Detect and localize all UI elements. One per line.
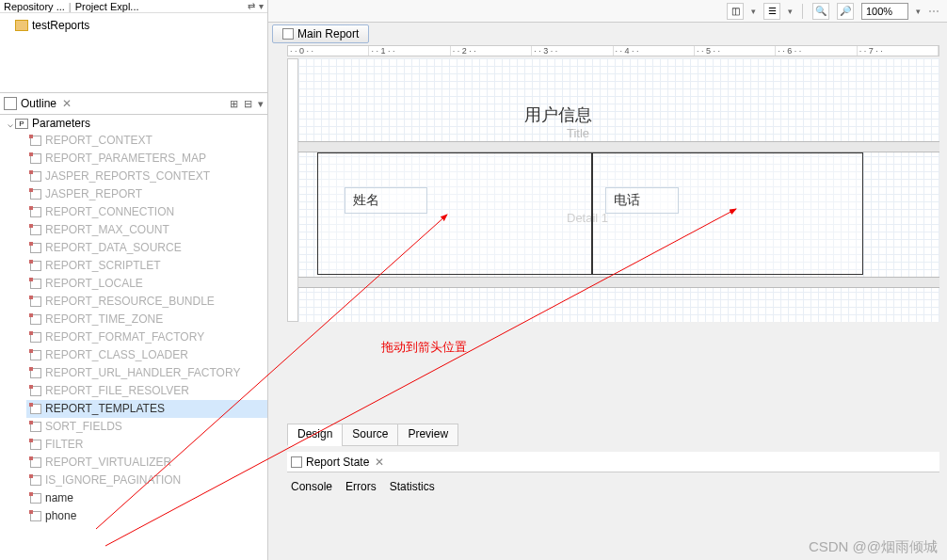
toolbar-btn-2[interactable]: ☰ — [763, 3, 780, 20]
param-item-label: phone — [45, 508, 76, 524]
param-item-label: REPORT_CLASS_LOADER — [45, 347, 188, 363]
horizontal-ruler: · · 0 · ·· · 1 · ·· · 2 · ·· · 3 · ·· · … — [287, 45, 939, 56]
param-item-report_file_resolver[interactable]: REPORT_FILE_RESOLVER — [26, 382, 267, 400]
param-item-is_ignore_pagination[interactable]: IS_IGNORE_PAGINATION — [26, 472, 267, 489]
report-state-icon — [291, 456, 302, 468]
param-icon — [30, 475, 41, 486]
param-item-report_locale[interactable]: REPORT_LOCALE — [26, 275, 267, 293]
param-item-label: REPORT_RESOURCE_BUNDLE — [45, 294, 215, 310]
param-item-report_parameters_map[interactable]: REPORT_PARAMETERS_MAP — [26, 150, 267, 168]
outline-tool-2[interactable]: ⊟ — [244, 98, 252, 110]
param-icon — [30, 511, 41, 521]
cell-phone[interactable]: 电话 — [605, 187, 679, 214]
param-item-report_connection[interactable]: REPORT_CONNECTION — [26, 203, 267, 221]
tab-preview[interactable]: Preview — [397, 424, 458, 446]
folder-icon — [15, 20, 28, 31]
toolbar-dropdown-2[interactable]: ▾ — [788, 7, 793, 16]
param-item-report_context[interactable]: REPORT_CONTEXT — [26, 132, 267, 150]
tab-design[interactable]: Design — [287, 424, 343, 446]
band-separator[interactable] — [298, 141, 939, 152]
report-title[interactable]: 用户信息 — [524, 104, 592, 126]
param-icon — [30, 243, 41, 253]
param-item-label: REPORT_FORMAT_FACTORY — [45, 329, 204, 345]
param-item-phone[interactable]: phone — [26, 507, 267, 525]
param-icon — [30, 136, 41, 146]
tab-console[interactable]: Console — [291, 480, 332, 493]
tab-errors[interactable]: Errors — [345, 480, 377, 493]
close-icon[interactable]: ✕ — [62, 97, 72, 110]
param-item-sort_fields[interactable]: SORT_FIELDS — [26, 418, 267, 436]
param-icon — [30, 207, 41, 217]
parameters-icon: P — [15, 119, 28, 129]
param-item-label: SORT_FIELDS — [45, 419, 122, 435]
caret-down-icon: ⌵ — [8, 119, 13, 129]
param-item-name[interactable]: name — [26, 489, 267, 507]
param-item-report_time_zone[interactable]: REPORT_TIME_ZONE — [26, 311, 267, 328]
param-item-label: REPORT_TEMPLATES — [45, 401, 165, 417]
outline-panel-header: Outline ✕ ⊞ ⊟ ▾ — [0, 92, 267, 115]
param-item-report_data_source[interactable]: REPORT_DATA_SOURCE — [26, 239, 267, 257]
annotation-text: 拖动到箭头位置 — [381, 339, 467, 356]
param-item-label: JASPER_REPORTS_CONTEXT — [45, 168, 210, 184]
param-icon — [30, 404, 41, 414]
param-icon — [30, 493, 41, 504]
report-canvas[interactable]: 用户信息 Title Detail 1 姓名 电话 — [298, 58, 939, 322]
param-icon — [30, 457, 41, 468]
param-item-report_class_loader[interactable]: REPORT_CLASS_LOADER — [26, 346, 267, 364]
report-icon — [282, 28, 294, 40]
param-icon — [30, 225, 41, 235]
param-item-label: FILTER — [45, 437, 83, 453]
toolbar-dropdown-1[interactable]: ▾ — [751, 7, 756, 16]
param-icon — [30, 279, 41, 289]
outline-icon — [4, 97, 17, 110]
param-item-report_max_count[interactable]: REPORT_MAX_COUNT — [26, 221, 267, 239]
close-icon[interactable]: ✕ — [375, 456, 384, 469]
param-item-report_templates[interactable]: REPORT_TEMPLATES — [26, 400, 267, 418]
param-item-label: REPORT_MAX_COUNT — [45, 222, 169, 238]
param-item-label: REPORT_DATA_SOURCE — [45, 240, 182, 256]
param-item-report_virtualizer[interactable]: REPORT_VIRTUALIZER — [26, 454, 267, 472]
param-item-label: REPORT_LOCALE — [45, 276, 143, 292]
param-item-label: REPORT_VIRTUALIZER — [45, 455, 171, 471]
param-item-label: REPORT_TIME_ZONE — [45, 312, 163, 328]
param-item-label: name — [45, 490, 73, 506]
tab-source[interactable]: Source — [342, 424, 398, 446]
param-icon — [30, 440, 41, 450]
param-item-jasper_report[interactable]: JASPER_REPORT — [26, 185, 267, 203]
param-item-filter[interactable]: FILTER — [26, 436, 267, 454]
band-separator[interactable] — [298, 277, 939, 288]
report-table[interactable]: 姓名 电话 — [317, 152, 863, 275]
param-icon — [30, 189, 41, 200]
tab-statistics[interactable]: Statistics — [390, 480, 435, 493]
param-icon — [30, 332, 41, 343]
param-item-label: JASPER_REPORT — [45, 186, 142, 202]
tree-item-testreports[interactable]: testReports — [0, 17, 267, 34]
param-item-report_scriptlet[interactable]: REPORT_SCRIPTLET — [26, 257, 267, 275]
main-report-tab[interactable]: Main Report — [272, 24, 369, 43]
parameters-root-label: Parameters — [32, 117, 90, 130]
title-band-label: Title — [567, 126, 589, 140]
param-icon — [30, 153, 41, 164]
outline-tool-1[interactable]: ⊞ — [230, 98, 238, 110]
zoom-out-icon[interactable]: 🔎 — [837, 3, 854, 20]
zoom-input[interactable] — [861, 3, 908, 20]
outline-menu-icon[interactable]: ▾ — [258, 98, 264, 110]
parameters-root[interactable]: ⌵ P Parameters — [0, 115, 267, 132]
project-explorer-tab[interactable]: Project Expl... — [75, 1, 139, 12]
link-icon[interactable]: ⇄ — [248, 1, 255, 11]
vertical-ruler — [287, 58, 298, 322]
report-state-panel: Report State ✕ — [287, 452, 939, 472]
param-item-report_resource_bundle[interactable]: REPORT_RESOURCE_BUNDLE — [26, 293, 267, 311]
toolbar-btn-1[interactable]: ◫ — [727, 3, 744, 20]
param-item-report_format_factory[interactable]: REPORT_FORMAT_FACTORY — [26, 328, 267, 346]
zoom-in-icon[interactable]: 🔍 — [812, 3, 829, 20]
param-item-label: REPORT_PARAMETERS_MAP — [45, 151, 206, 167]
collapse-icon[interactable]: ▾ — [259, 1, 264, 11]
zoom-dropdown-icon[interactable]: ▾ — [916, 7, 921, 16]
main-report-label: Main Report — [297, 27, 359, 40]
repository-tab[interactable]: Repository ... — [4, 1, 65, 12]
cell-name[interactable]: 姓名 — [345, 187, 427, 214]
param-icon — [30, 314, 41, 325]
param-item-jasper_reports_context[interactable]: JASPER_REPORTS_CONTEXT — [26, 168, 267, 185]
param-item-report_url_handler_factory[interactable]: REPORT_URL_HANDLER_FACTORY — [26, 364, 267, 382]
